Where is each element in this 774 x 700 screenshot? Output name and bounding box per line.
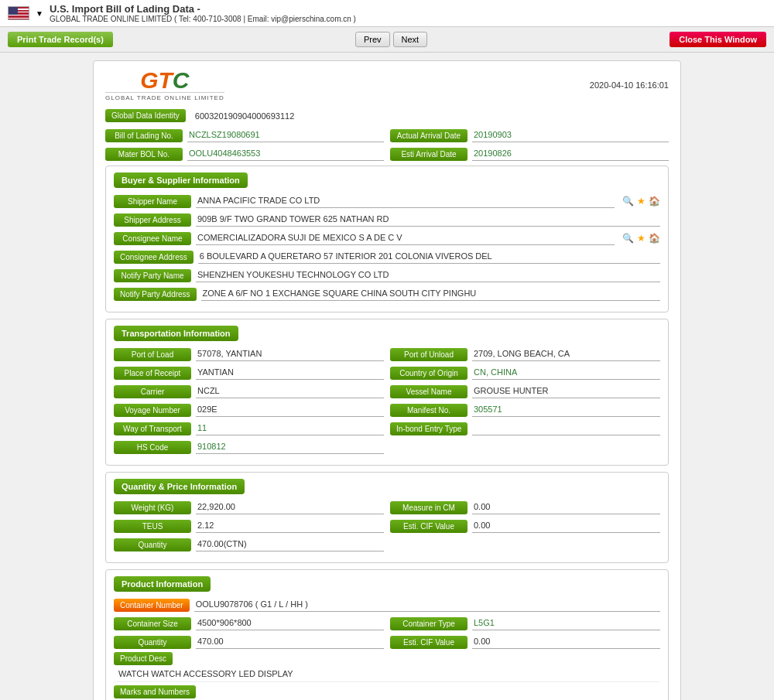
port-row: Port of Load 57078, YANTIAN Port of Unlo… (114, 347, 660, 361)
mater-bol-label: Mater BOL No. (105, 148, 183, 161)
esti-arrival-label: Esti Arrival Date (390, 148, 467, 161)
container-number-button[interactable]: Container Number (114, 599, 190, 612)
place-receipt-group: Place of Receipt YANTIAN (114, 366, 384, 380)
actual-arrival-value: 20190903 (472, 128, 669, 142)
consignee-name-label: Consignee Name (114, 232, 191, 245)
container-size-group: Container Size 4500*906*800 (114, 616, 384, 630)
shipper-address-row: Shipper Address 909B 9/F TWO GRAND TOWER… (114, 213, 660, 227)
mater-bol-value: OOLU4048463553 (187, 147, 384, 161)
hs-code-label: HS Code (114, 441, 191, 454)
weight-value: 22,920.00 (196, 500, 384, 514)
global-data-identity-value: 600320190904000693112 (192, 110, 669, 122)
shipper-name-group: Shipper Name ANNA PACIFIC TRADE CO LTD 🔍… (114, 194, 660, 208)
buyer-supplier-title: Buyer & Supplier Information (114, 172, 248, 188)
shipper-star-icon[interactable]: ★ (637, 196, 646, 207)
manifest-value: 305571 (472, 403, 660, 417)
consignee-search-icon[interactable]: 🔍 (622, 233, 634, 244)
product-qty-group: Quantity 470.00 (114, 635, 384, 649)
top-prev-button[interactable]: Prev (355, 32, 390, 47)
product-title: Product Information (114, 576, 211, 592)
transportation-title: Transportation Information (114, 326, 238, 341)
bol-row: Bill of Lading No. NCZLSZ19080691 Actual… (105, 128, 669, 142)
way-transport-value: 11 (196, 422, 384, 435)
shipper-name-label: Shipper Name (114, 195, 191, 208)
consignee-home-icon[interactable]: 🏠 (649, 233, 660, 244)
inbond-value (472, 422, 660, 435)
teus-label: TEUS (114, 520, 191, 533)
shipper-home-icon[interactable]: 🏠 (649, 196, 660, 207)
shipper-address-label: Shipper Address (114, 213, 191, 227)
logo-text: GTC (140, 69, 189, 92)
port-load-label: Port of Load (114, 348, 191, 361)
quantity-price-header: Quantity & Price Information (114, 479, 660, 500)
document-card: GTC GLOBAL TRADE ONLINE LIMITED 2020-04-… (93, 60, 681, 700)
notify-address-label: Notify Party Address (114, 288, 197, 301)
esti-cif-group: Esti. CIF Value 0.00 (390, 519, 660, 533)
port-unload-value: 2709, LONG BEACH, CA (472, 347, 660, 361)
top-bar: ▼ U.S. Import Bill of Lading Data - GLOB… (0, 0, 774, 27)
way-transport-group: Way of Transport 11 (114, 422, 384, 435)
buyer-supplier-header: Buyer & Supplier Information (114, 172, 660, 194)
top-print-button[interactable]: Print Trade Record(s) (8, 32, 113, 47)
notify-name-group: Notify Party Name SHENZHEN YOUKESHU TECH… (114, 268, 660, 282)
logo-subtitle: GLOBAL TRADE ONLINE LIMITED (105, 92, 224, 101)
product-cif-label: Esti. CIF Value (390, 636, 467, 649)
way-transport-label: Way of Transport (114, 422, 191, 435)
container-type-value: L5G1 (472, 616, 660, 630)
dropdown-arrow[interactable]: ▼ (36, 9, 43, 18)
bol-value: NCZLSZ19080691 (187, 128, 384, 142)
product-desc-label-row: Product Desc (114, 654, 660, 663)
measure-label: Measure in CM (390, 501, 467, 514)
voyage-group: Voyage Number 029E (114, 403, 384, 417)
container-type-label: Container Type (390, 617, 467, 630)
product-qty-value: 470.00 (196, 635, 384, 649)
port-unload-label: Port of Unload (390, 348, 467, 361)
product-header: Product Information (114, 576, 660, 598)
esti-arrival-value: 20190826 (472, 147, 669, 161)
container-type-group: Container Type L5G1 (390, 616, 660, 630)
quantity-price-title: Quantity & Price Information (114, 479, 245, 494)
notify-address-group: Notify Party Address ZONE A 6/F NO 1 EXC… (114, 287, 660, 301)
marks-numbers-label: Marks and Numbers (114, 685, 196, 698)
actual-arrival-group: Actual Arrival Date 20190903 (390, 128, 669, 142)
inbond-group: In-bond Entry Type (390, 422, 660, 435)
port-load-group: Port of Load 57078, YANTIAN (114, 347, 384, 361)
shipper-icons: 🔍 ★ 🏠 (622, 196, 660, 207)
notify-address-value: ZONE A 6/F NO 1 EXCHANGE SQUARE CHINA SO… (201, 287, 660, 301)
consignee-star-icon[interactable]: ★ (637, 233, 646, 244)
place-receipt-label: Place of Receipt (114, 367, 191, 380)
top-close-button[interactable]: Close This Window (670, 32, 766, 47)
transport-inbond-row: Way of Transport 11 In-bond Entry Type (114, 422, 660, 435)
vessel-label: Vessel Name (390, 385, 467, 398)
container-size-type-row: Container Size 4500*906*800 Container Ty… (114, 616, 660, 630)
shipper-address-group: Shipper Address 909B 9/F TWO GRAND TOWER… (114, 213, 660, 227)
page-title: U.S. Import Bill of Lading Data - (50, 3, 356, 15)
country-origin-value: CN, CHINA (472, 366, 660, 380)
vessel-value: GROUSE HUNTER (472, 384, 660, 398)
consignee-name-row: Consignee Name COMERCIALIZADORA SUJI DE … (114, 231, 660, 245)
manifest-label: Manifest No. (390, 404, 467, 417)
container-number-value: OOLU9078706 ( G1 / L / HH ) (194, 598, 660, 612)
port-load-value: 57078, YANTIAN (196, 347, 384, 361)
consignee-name-group: Consignee Name COMERCIALIZADORA SUJI DE … (114, 231, 660, 245)
quantity-row: Quantity 470.00(CTN) (114, 538, 660, 551)
weight-measure-row: Weight (KG) 22,920.00 Measure in CM 0.00 (114, 500, 660, 514)
notify-name-row: Notify Party Name SHENZHEN YOUKESHU TECH… (114, 268, 660, 282)
top-next-button[interactable]: Next (393, 32, 428, 47)
teus-value: 2.12 (196, 519, 384, 533)
weight-label: Weight (KG) (114, 501, 191, 514)
voyage-label: Voyage Number (114, 404, 191, 417)
consignee-address-group: Consignee Address 6 BOULEVARD A QUERETAR… (114, 250, 660, 264)
notify-party-label: Notify Party Name (114, 269, 191, 282)
page-subtitle: GLOBAL TRADE ONLINE LIMITED ( Tel: 400-7… (50, 15, 356, 23)
carrier-label: Carrier (114, 385, 191, 398)
receipt-origin-row: Place of Receipt YANTIAN Country of Orig… (114, 366, 660, 380)
quantity-value: 470.00(CTN) (196, 538, 384, 551)
transportation-section: Transportation Information Port of Load … (105, 319, 669, 466)
shipper-search-icon[interactable]: 🔍 (622, 196, 634, 207)
doc-date: 2020-04-10 16:16:01 (590, 80, 669, 90)
country-origin-label: Country of Origin (390, 367, 467, 380)
shipper-name-value: ANNA PACIFIC TRADE CO LTD (196, 194, 615, 208)
top-nav-buttons: Prev Next (355, 32, 427, 47)
container-number-row: Container Number OOLU9078706 ( G1 / L / … (114, 598, 660, 612)
